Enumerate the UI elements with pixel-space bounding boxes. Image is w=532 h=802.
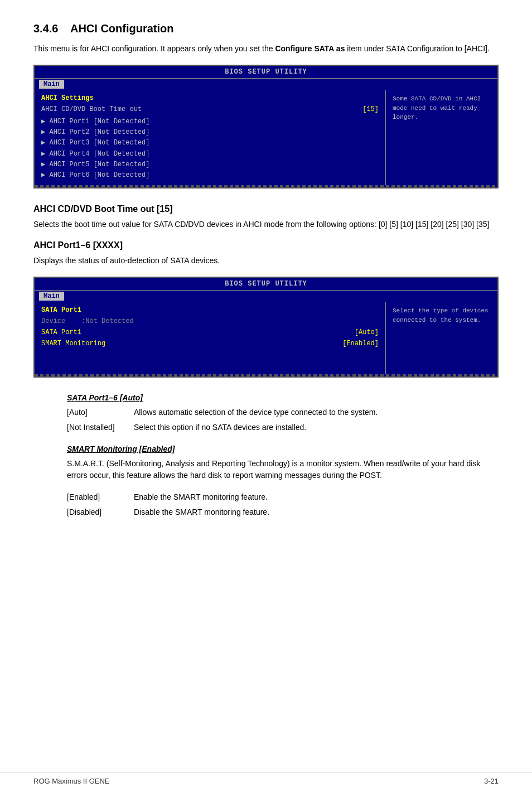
option-desc-enabled: Enable the SMART monitoring feature. <box>134 491 499 503</box>
intro-paragraph: This menu is for AHCI configuration. It … <box>33 43 499 55</box>
option-key-not-installed: [Not Installed] <box>67 422 134 433</box>
list-item[interactable]: AHCI Port1 [Not Detected] <box>41 117 379 127</box>
bios-tab-row-2: Main <box>35 291 497 302</box>
bios-device-label: Device <box>41 317 65 325</box>
intro-end: item under SATA Configuration to [AHCI]. <box>345 44 489 53</box>
bios-body-2: SATA Port1 Device :Not Detected SATA Por… <box>35 302 497 374</box>
bios-header-1: BIOS SETUP UTILITY <box>35 66 497 79</box>
options1-heading: SATA Port1–6 [Auto] <box>67 393 499 402</box>
option-item: [Not Installed] Select this option if no… <box>67 422 499 433</box>
options-section-1: SATA Port1–6 [Auto] [Auto] Allows automa… <box>33 393 499 433</box>
bios-boot-label: AHCI CD/DVD Boot Time out <box>41 105 142 113</box>
bios-smart-value: [Enabled] <box>342 340 379 347</box>
intro-bold: Configure SATA as <box>275 44 345 53</box>
option-desc-auto: Allows automatic selection of the device… <box>134 407 499 418</box>
bios-section-title-1: AHCI Settings <box>41 94 379 102</box>
bios-tab-1[interactable]: Main <box>39 80 64 89</box>
section-title: 3.4.6 AHCI Configuration <box>33 22 499 35</box>
options2-heading: SMART Monitoring [Enabled] <box>67 445 499 453</box>
list-item[interactable]: AHCI Port6 [Not Detected] <box>41 170 379 181</box>
option-item: [Disabled] Disable the SMART monitoring … <box>67 506 499 518</box>
bios-header-2: BIOS SETUP UTILITY <box>35 278 497 291</box>
section-heading-text: AHCI Configuration <box>70 22 174 35</box>
page-footer: ROG Maximus II GENE 3-21 <box>0 772 532 785</box>
bios-sata-label: SATA Port1 <box>41 328 81 336</box>
bios-boot-value: [15] <box>362 105 379 113</box>
option-key-enabled: [Enabled] <box>67 491 134 503</box>
bios-boot-row[interactable]: AHCI CD/DVD Boot Time out [15] <box>41 105 379 113</box>
option-key-auto: [Auto] <box>67 407 134 418</box>
bios-help-text-2: Select the type of devices connected to … <box>393 307 489 323</box>
bios-device-row: Device :Not Detected <box>41 317 379 325</box>
bios-header-text-2: BIOS SETUP UTILITY <box>225 280 307 288</box>
bios-section-title-2: SATA Port1 <box>41 306 379 314</box>
bios-port-list: AHCI Port1 [Not Detected] AHCI Port2 [No… <box>41 117 379 181</box>
option-desc-disabled: Disable the SMART monitoring feature. <box>134 506 499 518</box>
option-item: [Enabled] Enable the SMART monitoring fe… <box>67 491 499 503</box>
bios-body-1: AHCI Settings AHCI CD/DVD Boot Time out … <box>35 90 497 185</box>
bios-tab-2[interactable]: Main <box>39 292 64 301</box>
bios-smart-row[interactable]: SMART Monitoring [Enabled] <box>41 340 379 347</box>
option-item: [Auto] Allows automatic selection of the… <box>67 407 499 418</box>
bios-header-text-1: BIOS SETUP UTILITY <box>225 68 307 76</box>
list-item[interactable]: AHCI Port5 [Not Detected] <box>41 160 379 170</box>
bios-sata-value: [Auto] <box>355 328 379 336</box>
list-item[interactable]: AHCI Port4 [Not Detected] <box>41 149 379 160</box>
bios-help-text-1: Some SATA CD/DVD in AHCI mode need to wa… <box>393 95 481 120</box>
bios-divider-1 <box>35 185 497 187</box>
subsection2-desc: Displays the status of auto-detection of… <box>33 255 499 267</box>
list-item[interactable]: AHCI Port2 [Not Detected] <box>41 127 379 138</box>
bios-right-panel-1: Some SATA CD/DVD in AHCI mode need to wa… <box>386 90 497 185</box>
options-section-2: SMART Monitoring [Enabled] S.M.A.R.T. (S… <box>33 445 499 518</box>
subsection1-title: AHCI CD/DVD Boot Time out [15] <box>33 204 499 214</box>
intro-text: This menu is for AHCI configuration. It … <box>33 44 275 53</box>
bios-device-value: :Not Detected <box>81 317 134 325</box>
bios-smart-label: SMART Monitoring <box>41 340 105 347</box>
options2-intro: S.M.A.R.T. (Self-Monitoring, Analysis an… <box>67 458 499 481</box>
bios-screen-2: BIOS SETUP UTILITY Main SATA Port1 Devic… <box>33 277 499 378</box>
bios-right-panel-2: Select the type of devices connected to … <box>386 302 497 374</box>
bios-tab-row-1: Main <box>35 79 497 90</box>
bios-divider-2 <box>35 374 497 376</box>
list-item[interactable]: AHCI Port3 [Not Detected] <box>41 138 379 148</box>
subsection2-title: AHCI Port1–6 [XXXX] <box>33 240 499 250</box>
bios-left-panel-1: AHCI Settings AHCI CD/DVD Boot Time out … <box>35 90 386 185</box>
footer-right: 3-21 <box>484 777 499 785</box>
bios-sata-row[interactable]: SATA Port1 [Auto] <box>41 328 379 336</box>
subsection1-desc: Selects the boot time out value for SATA… <box>33 219 499 230</box>
option-key-disabled: [Disabled] <box>67 506 134 518</box>
footer-left: ROG Maximus II GENE <box>33 777 110 785</box>
bios-screen-1: BIOS SETUP UTILITY Main AHCI Settings AH… <box>33 65 499 189</box>
section-number: 3.4.6 <box>33 22 58 35</box>
bios-left-panel-2: SATA Port1 Device :Not Detected SATA Por… <box>35 302 386 374</box>
option-desc-not-installed: Select this option if no SATA devices ar… <box>134 422 499 433</box>
